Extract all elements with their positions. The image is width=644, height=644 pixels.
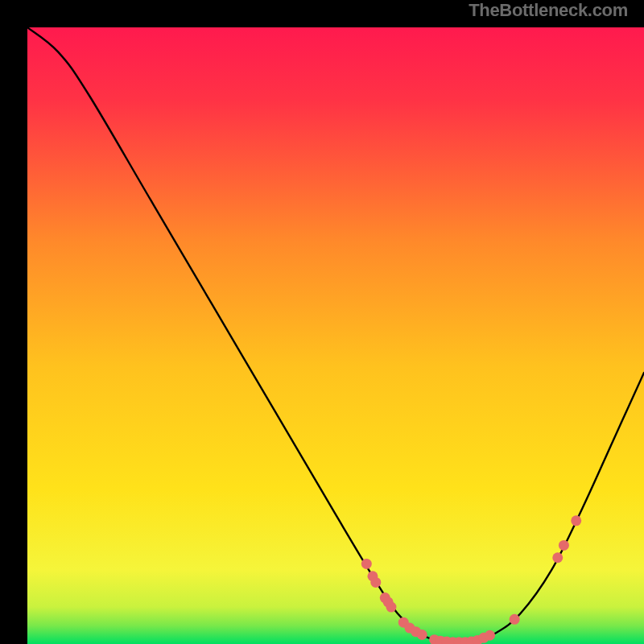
- plot-frame: [14, 14, 630, 630]
- data-point: [386, 602, 396, 613]
- data-point: [552, 552, 563, 563]
- gradient-background: [27, 27, 644, 644]
- data-point: [417, 630, 427, 640]
- data-point: [485, 630, 495, 641]
- data-point: [361, 559, 372, 569]
- watermark-text: TheBottleneck.com: [469, 0, 628, 21]
- data-point: [571, 515, 581, 526]
- bottleneck-chart: [27, 27, 644, 644]
- data-point: [370, 577, 381, 588]
- data-point: [510, 614, 520, 625]
- data-point: [559, 540, 569, 551]
